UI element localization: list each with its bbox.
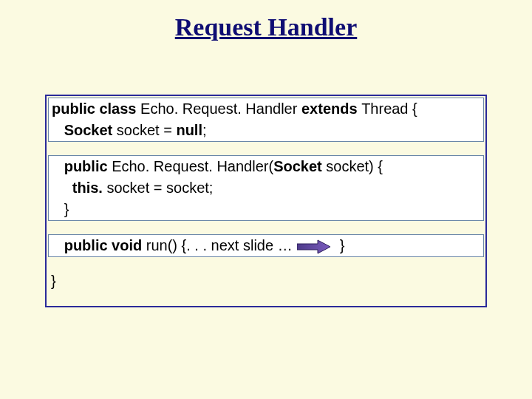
code-text: Thread { (361, 100, 417, 117)
code-line-closing-brace: } (48, 270, 484, 292)
code-text: } (340, 237, 345, 253)
code-text: socket = socket; (106, 180, 213, 196)
spacer (48, 221, 484, 234)
code-container: public class Echo. Request. Handler exte… (45, 95, 487, 307)
code-text: run() {. . . next slide … (146, 237, 293, 253)
svg-marker-0 (297, 240, 330, 253)
keyword: public (52, 158, 112, 174)
code-text: socket) { (326, 158, 383, 174)
spacer (48, 257, 484, 270)
keyword: public void (52, 237, 146, 253)
code-line: } (49, 199, 483, 220)
code-line: Socket socket = null; (49, 120, 483, 141)
code-block-constructor: public Echo. Request. Handler(Socket soc… (48, 155, 484, 221)
keyword: null (176, 122, 202, 138)
code-line: public void run() {. . . next slide …} (49, 235, 483, 256)
code-block-run-method: public void run() {. . . next slide …} (48, 234, 484, 257)
keyword: public class (52, 100, 140, 117)
spacer (48, 142, 484, 155)
code-text: Echo. Request. Handler (140, 100, 301, 117)
slide-title: Request Handler (0, 13, 532, 41)
code-text: Echo. Request. Handler( (112, 158, 273, 174)
code-line: this. socket = socket; (49, 177, 483, 199)
code-text: socket = (117, 122, 177, 138)
code-text: ; (202, 122, 207, 138)
keyword: this. (52, 180, 106, 196)
keyword: Socket (52, 122, 117, 138)
keyword: extends (301, 100, 361, 117)
arrow-right-icon (297, 239, 331, 254)
keyword: Socket (273, 158, 326, 174)
code-block-class-decl: public class Echo. Request. Handler exte… (48, 98, 484, 142)
code-line: public Echo. Request. Handler(Socket soc… (49, 156, 483, 177)
code-line: public class Echo. Request. Handler exte… (49, 98, 483, 120)
code-text: } (51, 273, 56, 289)
code-text: } (52, 201, 69, 217)
